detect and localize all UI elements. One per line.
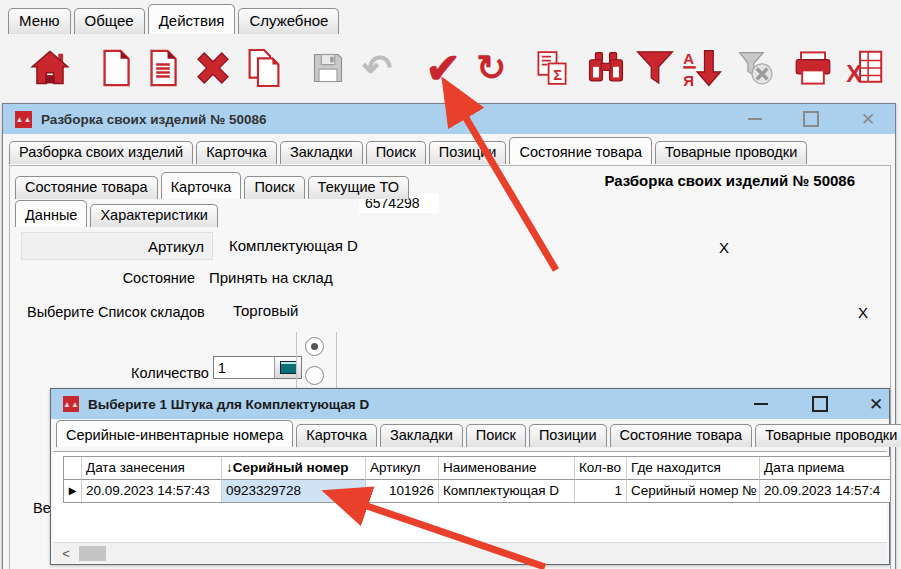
article-value[interactable]: Комплектующая D — [229, 237, 358, 254]
save-icon[interactable] — [306, 42, 350, 94]
app-root: { "top_tabs": {"items": ["Меню", "Общее"… — [0, 0, 901, 569]
row-marker-header — [64, 457, 82, 480]
svg-text:X: X — [846, 60, 862, 87]
col-header-gde-nahoditsya[interactable]: Где находится — [627, 457, 760, 480]
svg-text:А: А — [683, 50, 694, 67]
dialog-title: Выберите 1 Штука для Комплектующая D — [88, 397, 369, 412]
tab-kartochka[interactable]: Карточка — [196, 141, 277, 164]
close-button[interactable]: ✕ — [851, 104, 885, 134]
summary-icon[interactable]: Σ — [530, 42, 574, 94]
state-inner-tabs: Состояние товара Карточка Поиск Текущие … — [15, 172, 409, 199]
partial-label: Ве — [33, 500, 51, 516]
dialog-minimize-button[interactable] — [744, 389, 778, 419]
dialog-maximize-button[interactable] — [803, 389, 837, 419]
col-header-data-priema[interactable]: Дата приема — [760, 457, 890, 480]
radio-option-1[interactable] — [305, 337, 324, 356]
new-document-icon[interactable] — [94, 42, 138, 94]
dialog-tab-tovarnye-provodki[interactable]: Товарные проводки — [755, 424, 901, 447]
print-icon[interactable] — [791, 42, 835, 94]
calculator-icon — [280, 361, 297, 374]
filter-icon[interactable] — [633, 42, 677, 94]
col-header-kolvo[interactable]: Кол-во — [575, 457, 627, 480]
scrollbar-thumb[interactable] — [79, 546, 106, 561]
divider — [296, 332, 297, 390]
cell-artikul[interactable]: 101926 — [366, 480, 439, 502]
inner-tab-poisk[interactable]: Поиск — [244, 176, 304, 199]
home-icon[interactable] — [28, 42, 72, 94]
cell-gde-nahoditsya[interactable]: Серийный номер № — [627, 480, 760, 502]
svg-text:Σ: Σ — [553, 67, 562, 83]
sub-tab-harakteristiki[interactable]: Характеристики — [90, 204, 218, 227]
quantity-stepper — [213, 356, 302, 379]
main-window-tabs: Разборка своих изделий Карточка Закладки… — [9, 137, 807, 164]
col-header-seriyniy-nomer[interactable]: ↓Серийный номер — [222, 457, 366, 480]
article-label: Артикул — [21, 232, 213, 260]
radio-option-2[interactable] — [305, 366, 324, 385]
dialog-tab-poisk[interactable]: Поиск — [466, 424, 526, 447]
warehouse-value[interactable]: Торговый — [233, 302, 298, 319]
copy-icon[interactable] — [242, 42, 286, 94]
serial-numbers-table: Дата занесения ↓Серийный номер Артикул Н… — [63, 456, 891, 503]
export-excel-icon[interactable]: X — [843, 42, 887, 94]
dialog-tabs: Серийные-инвентарные номера Карточка Зак… — [56, 420, 901, 447]
delete-icon[interactable] — [191, 42, 235, 94]
minimize-button[interactable] — [738, 104, 772, 134]
tab-sluzhebnoe[interactable]: Служебное — [238, 8, 339, 34]
dialog-close-button[interactable]: ✕ — [859, 389, 893, 419]
dialog-tab-seriynye-nomera[interactable]: Серийные-инвентарные номера — [56, 420, 293, 447]
tab-poisk[interactable]: Поиск — [366, 141, 426, 164]
cell-naimenovanie[interactable]: Комплектующая D — [439, 480, 575, 502]
tab-deystviya[interactable]: Действия — [148, 4, 236, 34]
sub-tab-dannye[interactable]: Данные — [15, 200, 87, 227]
main-window-titlebar: ▲▲ Разборка своих изделий № 50086 ✕ — [3, 104, 895, 134]
current-row-marker: ▶ — [64, 480, 82, 502]
confirm-icon[interactable]: ✔ — [421, 42, 465, 94]
cell-kolvo[interactable]: 1 — [575, 480, 627, 502]
undo-icon[interactable]: ↶ — [355, 42, 399, 94]
divider — [336, 332, 337, 390]
tab-pozicii[interactable]: Позиции — [429, 141, 507, 164]
article-clear-mark[interactable]: X — [719, 239, 729, 256]
cell-data-zaneseniya[interactable]: 20.09.2023 14:57:43 — [82, 480, 222, 502]
refresh-icon[interactable]: ↻ — [469, 42, 513, 94]
svg-text:Я: Я — [683, 72, 694, 89]
sort-az-icon[interactable]: АЯ — [680, 42, 724, 94]
state-label: Состояние — [63, 270, 195, 286]
scroll-left-icon[interactable]: < — [53, 546, 79, 561]
col-header-data-zaneseniya[interactable]: Дата занесения — [82, 457, 222, 480]
tab-razborka-svoih-izdeliy[interactable]: Разборка своих изделий — [9, 141, 193, 164]
warehouse-label: Выберите Список складов — [27, 304, 205, 320]
cell-seriyniy-nomer[interactable]: 0923329728 — [222, 480, 366, 502]
col-header-artikul[interactable]: Артикул — [366, 457, 439, 480]
quantity-input[interactable] — [214, 358, 274, 378]
inner-tab-tekuschie-to[interactable]: Текущие ТО — [308, 176, 409, 199]
dialog-tab-kartochka[interactable]: Карточка — [296, 424, 377, 447]
col-header-naimenovanie[interactable]: Наименование — [439, 457, 575, 480]
warehouse-clear-mark[interactable]: X — [858, 304, 868, 321]
tab-zakladki[interactable]: Закладки — [280, 141, 363, 164]
document-header-title: Разборка своих изделий № 50086 — [604, 172, 855, 189]
tab-menu[interactable]: Меню — [8, 8, 71, 34]
app-logo-icon: ▲▲ — [63, 396, 79, 412]
quantity-label: Количество — [131, 365, 209, 381]
find-icon[interactable] — [584, 42, 628, 94]
dialog-tab-pozicii[interactable]: Позиции — [529, 424, 607, 447]
dialog-tab-sostoyanie-tovara[interactable]: Состояние товара — [610, 424, 753, 447]
open-document-icon[interactable] — [141, 42, 185, 94]
sort-descending-icon: ↓ — [226, 460, 233, 475]
state-value[interactable]: Принять на склад — [209, 269, 333, 286]
inner-tab-sostoyanie-tovara[interactable]: Состояние товара — [15, 176, 158, 199]
tab-tovarnye-provodki[interactable]: Товарные проводки — [655, 141, 807, 164]
dialog-tab-zakladki[interactable]: Закладки — [380, 424, 463, 447]
horizontal-scrollbar[interactable]: < — [53, 542, 887, 563]
tab-sostoyanie-tovara[interactable]: Состояние товара — [509, 137, 652, 164]
maximize-button[interactable] — [794, 104, 828, 134]
select-item-dialog: ▲▲ Выберите 1 Штука для Комплектующая D … — [50, 388, 890, 565]
card-sub-tabs: Данные Характеристики — [15, 200, 218, 227]
clear-filter-icon[interactable] — [733, 42, 777, 94]
main-window-title: Разборка своих изделий № 50086 — [41, 112, 267, 127]
tab-obschee[interactable]: Общее — [74, 8, 145, 34]
dialog-titlebar: ▲▲ Выберите 1 Штука для Комплектующая D … — [51, 389, 889, 419]
inner-tab-kartochka[interactable]: Карточка — [161, 172, 242, 199]
cell-data-priema[interactable]: 20.09.2023 14:57:4 — [760, 480, 890, 502]
